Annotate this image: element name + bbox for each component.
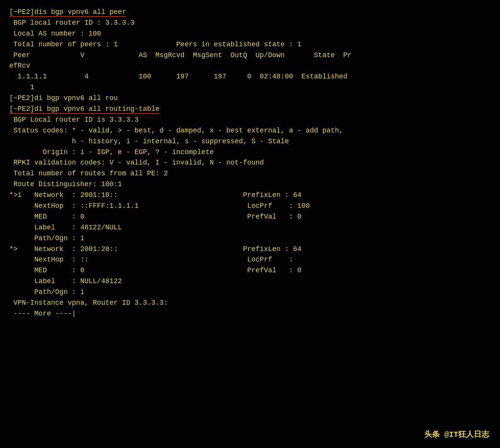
terminal-line-route_dist: Route Distinguisher: 100:1 <box>9 179 491 190</box>
terminal: [~PE2]dis bgp vpnv6 all peer BGP local r… <box>0 0 500 448</box>
terminal-line-route1_3: MED : 0 PrefVal : 0 <box>9 212 491 222</box>
terminal-line-bgp_local2: BGP Local router ID is 3.3.3.3 <box>9 115 491 126</box>
terminal-line-route1_4: Label : 48122/NULL <box>9 222 491 233</box>
terminal-line-header: Peer V AS MsgRcvd MsgSent OutQ Up/Down S… <box>9 50 491 61</box>
terminal-line-route2_4: Label : NULL/48122 <box>9 276 491 287</box>
terminal-line-route1_2: NextHop : ::FFFF:1.1.1.1 LocPrf : 100 <box>9 201 491 212</box>
terminal-line-total_peers: Total number of peers : 1 Peers in estab… <box>9 39 491 50</box>
terminal-line-peer_row1: 1.1.1.1 4 100 197 197 0 02:48:00 Establi… <box>9 71 491 82</box>
terminal-line-route2_3: MED : 0 PrefVal : 0 <box>9 265 491 276</box>
terminal-line-cmd2: [~PE2]di bgp vpnv6 all rou <box>9 93 491 104</box>
watermark: 头条 @IT狂人日志 <box>424 429 489 440</box>
terminal-line-total_routes: Total number of routes from all PE: 2 <box>9 168 491 179</box>
terminal-line-bgp_router_id: BGP local router ID : 3.3.3.3 <box>9 18 491 29</box>
terminal-line-local_as: Local AS number : 100 <box>9 29 491 39</box>
terminal-line-more: ---- More ----| <box>9 309 491 319</box>
terminal-line-header2: efRcv <box>9 61 491 71</box>
terminal-line-route2_1: *> Network : 2001:20:: PrefixLen : 64 <box>9 244 491 255</box>
terminal-line-rpki: RPKI validation codes: V - valid, I - in… <box>9 158 491 168</box>
terminal-line-route2_2: NextHop : :: LocPrf : <box>9 255 491 265</box>
terminal-line-peer_row2: 1 <box>9 82 491 93</box>
terminal-line-cmd3: [~PE2]di bgp vpnv6 all routing-table <box>9 104 491 115</box>
terminal-line-vpn_instance: VPN-Instance vpna, Router ID 3.3.3.3: <box>9 298 491 309</box>
terminal-line-route1_1: *>i Network : 2001:10:: PrefixLen : 64 <box>9 190 491 201</box>
terminal-line-route2_5: Path/Ogn : i <box>9 287 491 298</box>
terminal-line-cmd1: [~PE2]dis bgp vpnv6 all peer <box>9 7 491 18</box>
terminal-line-status_codes1: Status codes: * - valid, > - best, d - d… <box>9 126 491 136</box>
terminal-line-status_codes2: h - history, i - internal, s - suppresse… <box>9 136 491 147</box>
terminal-line-route1_5: Path/Ogn : i <box>9 233 491 244</box>
terminal-line-status_codes3: Origin : i - IGP, e - EGP, ? - incomplet… <box>9 147 491 158</box>
